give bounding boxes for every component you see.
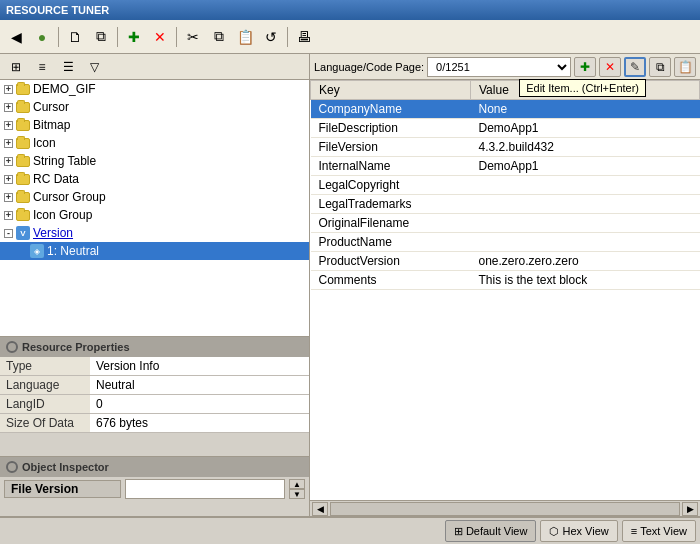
col-header-key: Key xyxy=(311,81,471,100)
expand-string-table[interactable]: + xyxy=(4,157,13,166)
inspector-arrows: ▲ ▼ xyxy=(289,479,305,499)
label-cursor-group: Cursor Group xyxy=(33,190,106,204)
main-toolbar: ◀ ● 🗋 ⧉ ✚ ✕ ✂ ⧉ 📋 ↺ 🖶 xyxy=(0,20,700,54)
label-icon: Icon xyxy=(33,136,56,150)
prop-val-type: Version Info xyxy=(90,357,309,376)
delete-item-button[interactable]: ✕ xyxy=(599,57,621,77)
inspector-value-input[interactable] xyxy=(125,479,285,499)
filter-button[interactable]: ▽ xyxy=(82,55,106,79)
tree-item-icon-group[interactable]: + Icon Group xyxy=(0,206,309,224)
sub-icon-version-neutral: ◈ xyxy=(29,243,45,259)
scroll-left-button[interactable]: ◀ xyxy=(312,502,328,516)
table-cell-value: one.zero.zero.zero xyxy=(471,252,700,271)
expand-version[interactable]: - xyxy=(4,229,13,238)
back-button[interactable]: ◀ xyxy=(4,25,28,49)
left-panel: ⊞ ≡ ☰ ▽ + DEMO_GIF + Cursor + Bitmap xyxy=(0,54,310,516)
tree-item-string-table[interactable]: + String Table xyxy=(0,152,309,170)
table-row[interactable]: FileDescriptionDemoApp1 xyxy=(311,119,700,138)
text-view-label: Text View xyxy=(640,525,687,537)
label-bitmap: Bitmap xyxy=(33,118,70,132)
expand-cursor[interactable]: + xyxy=(4,103,13,112)
undo-button[interactable]: ↺ xyxy=(259,25,283,49)
forward-button[interactable]: ● xyxy=(30,25,54,49)
add-item-button[interactable]: ✚ xyxy=(574,57,596,77)
tree-item-version-neutral[interactable]: ◈ 1: Neutral xyxy=(0,242,309,260)
inspector-up-button[interactable]: ▲ xyxy=(289,479,305,489)
table-cell-key: OriginalFilename xyxy=(311,214,471,233)
tree-item-demo-gif[interactable]: + DEMO_GIF xyxy=(0,80,309,98)
status-right: ⊞ Default View ⬡ Hex View ≡ Text View xyxy=(318,520,696,542)
prop-val-language: Neutral xyxy=(90,376,309,395)
tree-item-rc-data[interactable]: + RC Data xyxy=(0,170,309,188)
expand-icon-item[interactable]: + xyxy=(4,139,13,148)
tree-item-icon[interactable]: + Icon xyxy=(0,134,309,152)
table-cell-value xyxy=(471,233,700,252)
tree-item-cursor[interactable]: + Cursor xyxy=(0,98,309,116)
toolbar-sep-3 xyxy=(176,27,177,47)
edit-item-wrapper: ✎ Edit Item... (Ctrl+Enter) xyxy=(624,57,646,77)
table-cell-value xyxy=(471,195,700,214)
expand-bitmap[interactable]: + xyxy=(4,121,13,130)
table-row[interactable]: LegalTrademarks xyxy=(311,195,700,214)
title-bar: RESOURCE TUNER xyxy=(0,0,700,20)
table-row[interactable]: CommentsThis is the text block xyxy=(311,271,700,290)
inspector-down-button[interactable]: ▼ xyxy=(289,489,305,499)
copy-button[interactable]: ⧉ xyxy=(207,25,231,49)
expand-rc-data[interactable]: + xyxy=(4,175,13,184)
new-button[interactable]: 🗋 xyxy=(63,25,87,49)
props-title: Resource Properties xyxy=(22,341,130,353)
table-row[interactable]: ProductName xyxy=(311,233,700,252)
view-list-button[interactable]: ≡ xyxy=(30,55,54,79)
folder-icon-rc-data xyxy=(15,171,31,187)
table-cell-key: Comments xyxy=(311,271,471,290)
folder-icon-cursor-group xyxy=(15,189,31,205)
lang-dropdown[interactable]: 0/1251 xyxy=(427,57,571,77)
label-demo-gif: DEMO_GIF xyxy=(33,82,96,96)
inspector-header: Object Inspector xyxy=(0,457,309,477)
table-cell-value xyxy=(471,176,700,195)
expand-icon-group[interactable]: + xyxy=(4,211,13,220)
horizontal-scrollbar[interactable]: ◀ ▶ xyxy=(310,500,700,516)
view-details-button[interactable]: ☰ xyxy=(56,55,80,79)
view-icons-button[interactable]: ⊞ xyxy=(4,55,28,79)
table-row[interactable]: CompanyNameNone xyxy=(311,100,700,119)
table-row[interactable]: OriginalFilename xyxy=(311,214,700,233)
default-view-icon: ⊞ xyxy=(454,525,463,538)
table-row[interactable]: LegalCopyright xyxy=(311,176,700,195)
edit-item-button[interactable]: ✎ xyxy=(624,57,646,77)
scroll-right-button[interactable]: ▶ xyxy=(682,502,698,516)
hex-view-label: Hex View xyxy=(562,525,608,537)
expand-demo-gif[interactable]: + xyxy=(4,85,13,94)
table-row[interactable]: InternalNameDemoApp1 xyxy=(311,157,700,176)
resource-properties-panel: Resource Properties Type Version Info La… xyxy=(0,336,309,456)
scroll-track[interactable] xyxy=(330,502,680,516)
table-cell-key: CompanyName xyxy=(311,100,471,119)
expand-cursor-group[interactable]: + xyxy=(4,193,13,202)
tree-item-cursor-group[interactable]: + Cursor Group xyxy=(0,188,309,206)
tree-item-bitmap[interactable]: + Bitmap xyxy=(0,116,309,134)
copy-item-button[interactable]: ⧉ xyxy=(649,57,671,77)
text-view-button[interactable]: ≡ Text View xyxy=(622,520,696,542)
inspector-title: Object Inspector xyxy=(22,461,109,473)
table-cell-value: DemoApp1 xyxy=(471,157,700,176)
table-cell-value: DemoApp1 xyxy=(471,119,700,138)
data-table[interactable]: Key Value CompanyNameNoneFileDescription… xyxy=(310,80,700,500)
print-button[interactable]: 🖶 xyxy=(292,25,316,49)
paste-button[interactable]: 📋 xyxy=(233,25,257,49)
cut-button[interactable]: ✂ xyxy=(181,25,205,49)
props-table: Type Version Info Language Neutral LangI… xyxy=(0,357,309,433)
default-view-button[interactable]: ⊞ Default View xyxy=(445,520,537,542)
tree-item-version[interactable]: - V Version xyxy=(0,224,309,242)
paste-item-button[interactable]: 📋 xyxy=(674,57,696,77)
label-string-table: String Table xyxy=(33,154,96,168)
table-cell-value xyxy=(471,214,700,233)
delete-button[interactable]: ✕ xyxy=(148,25,172,49)
table-row[interactable]: FileVersion4.3.2.build432 xyxy=(311,138,700,157)
table-row[interactable]: ProductVersionone.zero.zero.zero xyxy=(311,252,700,271)
copy-res-button[interactable]: ⧉ xyxy=(89,25,113,49)
col-header-value: Value xyxy=(471,81,700,100)
tree-area[interactable]: + DEMO_GIF + Cursor + Bitmap + Icon + xyxy=(0,80,309,336)
hex-view-button[interactable]: ⬡ Hex View xyxy=(540,520,617,542)
add-button[interactable]: ✚ xyxy=(122,25,146,49)
default-view-label: Default View xyxy=(466,525,528,537)
